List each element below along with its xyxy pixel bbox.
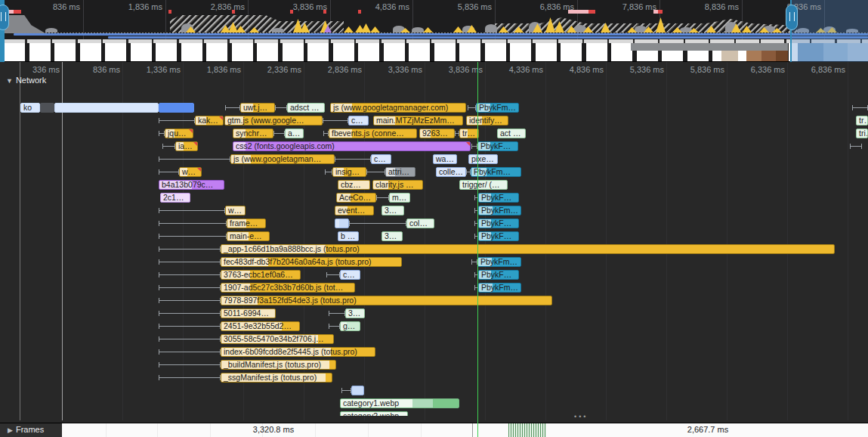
network-request-bar[interactable]: gtm.js (www.google…: [224, 116, 323, 126]
network-request-bar[interactable]: c…: [348, 116, 369, 126]
network-request-bar[interactable]: ko: [20, 103, 40, 113]
selection-right-handle[interactable]: [786, 5, 798, 30]
request-label: c…: [343, 270, 355, 279]
network-request-bar[interactable]: 3…: [345, 308, 365, 318]
network-request-bar[interactable]: 3763-ecbc1ef0a6…: [221, 270, 301, 280]
network-request-bar[interactable]: [351, 386, 364, 395]
network-request-bar[interactable]: 3…: [381, 206, 404, 215]
network-request-bar[interactable]: 1907-ad5c27c3b3b7d60b.js (tot…: [221, 283, 355, 293]
network-request-bar[interactable]: event…: [335, 206, 374, 215]
network-request-bar[interactable]: 7978-897f3a152fd54de3.js (totus.pro): [221, 296, 552, 305]
network-request-bar[interactable]: category1.webp: [340, 398, 459, 408]
network-request-bar[interactable]: PbykF…: [477, 141, 518, 151]
network-request-bar[interactable]: m…: [389, 193, 410, 203]
network-request-bar[interactable]: PbykF…: [478, 270, 519, 280]
network-request-bar[interactable]: a…: [285, 129, 304, 138]
frame-boundary: [106, 423, 107, 437]
network-request-bar[interactable]: cbz…: [338, 180, 370, 190]
network-request-bar[interactable]: _app-1c66d1ba9a888bcc.js (totus.pro): [221, 244, 835, 254]
network-request-bar[interactable]: clarity.js …: [372, 180, 423, 190]
request-label: clarity.js …: [375, 180, 414, 189]
request-label: _ssgManifest.js (totus.pro): [224, 373, 317, 382]
network-request-bar[interactable]: [54, 103, 159, 113]
network-request-bar[interactable]: index-6b09fcdd8e2f5445.js (totus.pro): [221, 347, 375, 357]
network-row: [0, 386, 868, 395]
network-request-bar[interactable]: 9263…: [419, 129, 455, 138]
network-request-bar[interactable]: js (www.googletagman…: [230, 154, 335, 164]
network-request-bar[interactable]: act …: [497, 129, 526, 138]
network-request-bar[interactable]: 5011-6994…: [221, 308, 276, 318]
network-request-bar[interactable]: attri…: [385, 167, 415, 177]
request-label: c…: [374, 154, 386, 163]
network-request-bar[interactable]: col…: [406, 218, 434, 228]
network-request-bar[interactable]: 3055-58c5470e34b2f706.j…: [221, 334, 334, 344]
network-request-bar[interactable]: category2.webp: [340, 411, 408, 416]
network-request-bar[interactable]: c…: [340, 270, 360, 280]
network-request-bar[interactable]: PbykFm…: [476, 103, 519, 113]
red-corner-icon: [196, 167, 202, 172]
network-request-bar[interactable]: [40, 103, 54, 113]
network-request-bar[interactable]: _ssgManifest.js (totus.pro): [221, 373, 332, 383]
network-request-bar[interactable]: [335, 218, 349, 228]
network-request-bar[interactable]: fbevents.js (conne…: [329, 129, 417, 138]
request-whisker: [349, 221, 406, 226]
network-request-bar[interactable]: g…: [340, 321, 360, 331]
network-request-bar[interactable]: 2451-9e32b55d2…: [221, 321, 300, 331]
collapse-triangle-icon[interactable]: ▼: [6, 77, 13, 85]
network-request-bar[interactable]: PbykFm…: [471, 167, 521, 177]
network-request-bar[interactable]: wa…: [433, 154, 457, 164]
frames-track-header[interactable]: ▶Frames: [8, 425, 44, 434]
network-request-bar[interactable]: PbykF…: [478, 218, 519, 228]
network-request-bar[interactable]: fec483df-db3f7b2046a0a64a.js (totus.pro): [221, 257, 402, 267]
request-label: frame…: [230, 218, 258, 228]
network-request-bar[interactable]: frame…: [227, 218, 266, 228]
network-request-bar[interactable]: w…: [179, 167, 202, 177]
network-request-bar[interactable]: adsct …: [287, 103, 325, 113]
network-request-bar[interactable]: kak…: [195, 116, 224, 126]
network-request-bar[interactable]: tri…: [856, 129, 868, 138]
network-request-bar[interactable]: uwt.j…: [240, 103, 275, 113]
network-row: category1.webp: [0, 398, 868, 408]
network-request-bar[interactable]: tr…: [459, 129, 479, 138]
network-track-header[interactable]: ▼Network: [6, 76, 46, 85]
grip-icon: [789, 12, 795, 21]
network-request-bar[interactable]: [159, 103, 194, 113]
request-label: a…: [288, 129, 300, 138]
expand-triangle-icon[interactable]: ▶: [8, 426, 13, 434]
network-request-bar[interactable]: jqu…: [165, 129, 193, 138]
network-request-bar[interactable]: js (www.googletagmanager.com): [330, 103, 466, 113]
network-request-bar[interactable]: trigger/ (…: [459, 180, 508, 190]
network-request-bar[interactable]: tr…: [856, 116, 868, 126]
request-label: PbykF…: [481, 270, 511, 279]
network-request-bar[interactable]: css2 (fonts.googleapis.com): [233, 141, 471, 151]
network-request-bar[interactable]: main-e…: [227, 231, 270, 241]
network-request-bar[interactable]: ia…: [175, 141, 198, 151]
selection-left-handle[interactable]: [0, 5, 9, 30]
request-label: c…: [351, 116, 363, 125]
network-request-bar[interactable]: AceCo…: [336, 193, 376, 203]
network-row: frame…col…PbykF…: [0, 218, 868, 228]
network-request-bar[interactable]: PbykF…: [478, 193, 519, 203]
network-request-bar[interactable]: PbykF…: [478, 231, 519, 241]
network-request-bar[interactable]: synchr…: [233, 129, 273, 138]
request-label: 2451-9e32b55d2…: [224, 321, 292, 330]
network-request-bar[interactable]: insig…: [332, 167, 366, 177]
frames-strip[interactable]: 3,320.8 ms 2,667.7 ms: [62, 423, 868, 437]
request-label: ia…: [178, 141, 193, 150]
network-request-bar[interactable]: 2c1…: [160, 193, 190, 203]
network-request-bar[interactable]: c…: [371, 154, 391, 164]
network-request-bar[interactable]: PbykFm…: [478, 283, 521, 293]
network-request-bar[interactable]: identify…: [466, 116, 508, 126]
network-request-bar[interactable]: b …: [338, 231, 359, 241]
overflow-dots[interactable]: •••: [574, 413, 588, 420]
network-request-bar[interactable]: 3…: [381, 231, 403, 241]
network-request-bar[interactable]: b4a13b079c…: [159, 180, 224, 190]
network-request-bar[interactable]: pixe…: [468, 154, 498, 164]
network-request-bar[interactable]: main.MTZjMzEzMm…: [373, 116, 463, 126]
network-request-bar[interactable]: PbykFm…: [477, 257, 521, 267]
frames-track: ▶Frames 3,320.8 ms 2,667.7 ms: [0, 423, 868, 437]
network-request-bar[interactable]: colle…: [436, 167, 466, 177]
network-request-bar[interactable]: w…: [225, 206, 246, 215]
network-request-bar[interactable]: _buildManifest.js (totus.pro): [221, 360, 336, 370]
network-request-bar[interactable]: PbykFm…: [478, 206, 521, 215]
